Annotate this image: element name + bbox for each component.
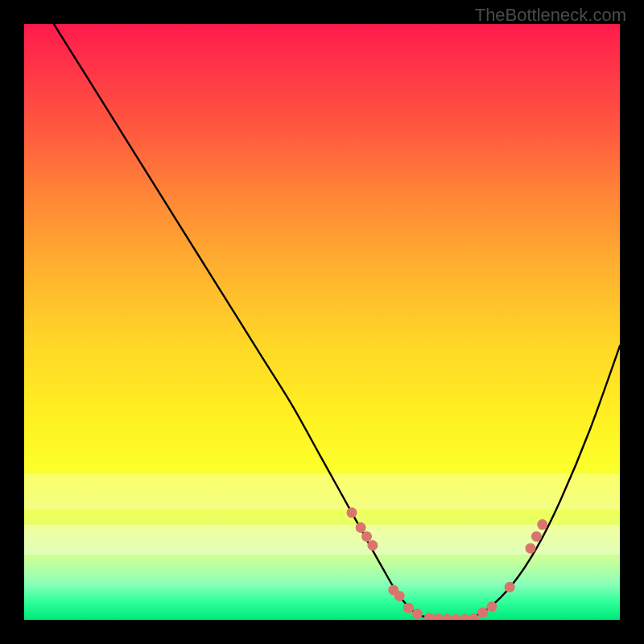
data-marker <box>460 614 470 620</box>
data-marker <box>477 608 488 618</box>
data-marker <box>526 543 536 554</box>
data-marker <box>356 522 366 533</box>
data-marker <box>531 531 542 542</box>
data-marker <box>412 609 423 619</box>
data-marker <box>367 540 378 551</box>
data-marker <box>424 613 435 620</box>
watermark-text: TheBottleneck.com <box>475 5 626 26</box>
data-marker <box>394 591 405 601</box>
marker-group <box>347 507 548 620</box>
bottleneck-curve <box>54 24 620 620</box>
data-marker <box>486 601 497 612</box>
data-marker <box>403 603 414 613</box>
data-marker <box>505 582 515 592</box>
chart-svg <box>24 24 620 620</box>
data-marker <box>361 531 372 542</box>
data-marker <box>442 614 452 620</box>
plot-area <box>24 24 620 620</box>
data-marker <box>433 613 444 620</box>
data-marker <box>451 614 461 620</box>
data-marker <box>347 507 357 518</box>
data-marker <box>537 519 547 530</box>
